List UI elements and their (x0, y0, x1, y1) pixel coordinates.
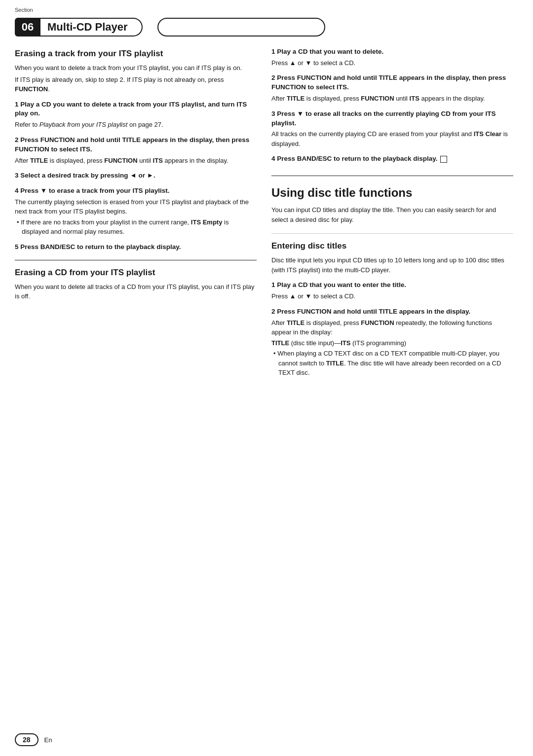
step1-heading-left: 1 Play a CD you want to delete a track f… (15, 100, 257, 119)
sub-step1-heading: 1 Play a CD that you want to enter the t… (271, 281, 513, 290)
step1-body-left: Refer to Playback from your ITS playlist… (15, 120, 257, 130)
stop-icon (440, 156, 447, 163)
header-right-box (157, 18, 325, 36)
section1-intro2: If ITS play is already on, skip to step … (15, 75, 257, 94)
step1-heading-right: 1 Play a CD that you want to delete. (271, 47, 513, 57)
section-badge: 06 Multi-CD Player (15, 18, 518, 36)
sub-step1-body: Press ▲ or ▼ to select a CD. (271, 291, 513, 301)
section-label: Section (15, 7, 33, 13)
divider1 (15, 260, 257, 260)
subsection-intro: Disc title input lets you input CD title… (271, 255, 513, 275)
sub-step2-body: After TITLE is displayed, press FUNCTION… (271, 318, 513, 337)
step2-heading-left: 2 Press FUNCTION and hold until TITLE ap… (15, 136, 257, 154)
section2-intro: When you want to delete all tracks of a … (15, 282, 257, 301)
large-section-heading: Using disc title functions (271, 186, 513, 200)
section-number: 06 (15, 18, 40, 36)
step4-heading-right: 4 Press BAND/ESC to return to the playba… (271, 154, 513, 164)
footer: 28 En (0, 733, 533, 746)
sub-step2-bold-line: TITLE (disc title input)—ITS (ITS progra… (271, 338, 513, 348)
right-column: 1 Play a CD that you want to delete. Pre… (271, 41, 513, 378)
page-number: 28 (15, 733, 38, 746)
en-label: En (44, 736, 52, 744)
section1-intro1: When you want to delete a track from you… (15, 63, 257, 73)
left-column: Erasing a track from your ITS playlist W… (15, 41, 257, 378)
sub-step2-heading: 2 Press FUNCTION and hold until TITLE ap… (271, 307, 513, 317)
page: Section 06 Multi-CD Player Erasing a tra… (0, 0, 533, 756)
step2-body-left: After TITLE is displayed, press FUNCTION… (15, 156, 257, 166)
divider3 (271, 233, 513, 234)
section1-heading: Erasing a track from your ITS playlist (15, 48, 257, 59)
subsection-heading: Entering disc titles (271, 241, 513, 252)
step3-heading-right: 3 Press ▼ to erase all tracks on the cur… (271, 109, 513, 128)
section-title: Multi-CD Player (40, 18, 143, 36)
step5-heading-left: 5 Press BAND/ESC to return to the playba… (15, 243, 257, 252)
step3-heading-left: 3 Select a desired track by pressing ◄ o… (15, 171, 257, 180)
main-content: Erasing a track from your ITS playlist W… (0, 36, 533, 388)
step4-heading-left: 4 Press ▼ to erase a track from your ITS… (15, 186, 257, 196)
step2-body-right: After TITLE is displayed, press FUNCTION… (271, 94, 513, 104)
section2-heading: Erasing a CD from your ITS playlist (15, 267, 257, 278)
step4-body1-left: The currently playing selection is erase… (15, 197, 257, 216)
step4-bullet-left: • If there are no tracks from your playl… (17, 217, 257, 237)
divider2 (271, 176, 513, 176)
step3-body-right: All tracks on the currently playing CD a… (271, 129, 513, 148)
large-section-intro: You can input CD titles and display the … (271, 205, 513, 224)
step2-heading-right: 2 Press FUNCTION and hold until TITLE ap… (271, 73, 513, 92)
sub-step2-bullet: • When playing a CD TEXT disc on a CD TE… (273, 349, 513, 378)
step1-body-right: Press ▲ or ▼ to select a CD. (271, 58, 513, 68)
